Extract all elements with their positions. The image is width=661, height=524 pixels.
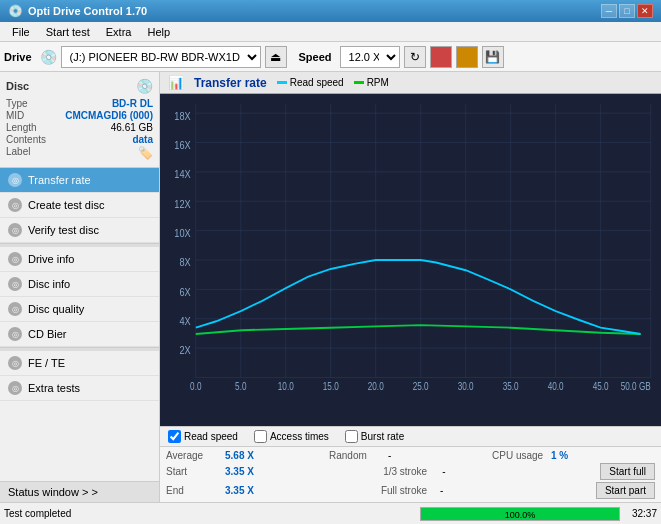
svg-text:20.0: 20.0 bbox=[368, 381, 384, 392]
stat-full-stroke: Full stroke - bbox=[381, 482, 596, 499]
checkbox-burst-rate-label: Burst rate bbox=[361, 431, 404, 442]
stat-stroke-1-3-label: 1/3 stroke bbox=[383, 466, 438, 477]
drive-select[interactable]: (J:) PIONEER BD-RW BDR-WX1DM 1.00 bbox=[61, 46, 261, 68]
nav-fe-te[interactable]: ◎ FE / TE bbox=[0, 351, 159, 376]
nav-icon-disc-info: ◎ bbox=[8, 277, 22, 291]
nav-disc-info[interactable]: ◎ Disc info bbox=[0, 272, 159, 297]
checkbox-access-times[interactable]: Access times bbox=[254, 430, 329, 443]
titlebar-left: 💿 Opti Drive Control 1.70 bbox=[8, 4, 147, 18]
stat-cpu-label: CPU usage bbox=[492, 450, 547, 461]
menu-help[interactable]: Help bbox=[139, 24, 178, 40]
nav-icon-cd-bier: ◎ bbox=[8, 327, 22, 341]
save-button[interactable]: 💾 bbox=[482, 46, 504, 68]
svg-text:4X: 4X bbox=[179, 315, 190, 327]
nav-icon-extra-tests: ◎ bbox=[8, 381, 22, 395]
nav-extra-tests[interactable]: ◎ Extra tests bbox=[0, 376, 159, 401]
svg-text:18X: 18X bbox=[174, 110, 190, 122]
chart-icon: 📊 bbox=[168, 75, 184, 90]
nav-disc-quality[interactable]: ◎ Disc quality bbox=[0, 297, 159, 322]
btn1[interactable] bbox=[430, 46, 452, 68]
stat-random-val: - bbox=[388, 450, 428, 461]
checkbox-burst-rate[interactable]: Burst rate bbox=[345, 430, 404, 443]
refresh-button[interactable]: ↻ bbox=[404, 46, 426, 68]
btn2[interactable] bbox=[456, 46, 478, 68]
time-display: 32:37 bbox=[632, 508, 657, 519]
stat-random: Random - bbox=[329, 450, 492, 461]
checkbox-read-speed[interactable]: Read speed bbox=[168, 430, 238, 443]
svg-text:0.0: 0.0 bbox=[190, 381, 201, 392]
stats-row-2: Start 3.35 X 1/3 stroke - Start full bbox=[166, 463, 655, 480]
stat-end-val: 3.35 X bbox=[225, 485, 265, 496]
nav-icon-drive-info: ◎ bbox=[8, 252, 22, 266]
disc-contents-val: data bbox=[132, 134, 153, 145]
disc-type-val: BD-R DL bbox=[112, 98, 153, 109]
titlebar-controls: ─ □ ✕ bbox=[601, 4, 653, 18]
disc-contents-key: Contents bbox=[6, 134, 46, 145]
stat-end: End 3.35 X bbox=[166, 482, 381, 499]
nav-icon-fe-te: ◎ bbox=[8, 356, 22, 370]
legend-rpm: RPM bbox=[354, 77, 389, 88]
status-window-button[interactable]: Status window > > bbox=[0, 481, 159, 502]
stats-row-3: End 3.35 X Full stroke - Start part bbox=[166, 482, 655, 499]
stat-cpu-val: 1 % bbox=[551, 450, 591, 461]
checkbox-access-times-input[interactable] bbox=[254, 430, 267, 443]
checkbox-burst-rate-input[interactable] bbox=[345, 430, 358, 443]
nav-drive-info[interactable]: ◎ Drive info bbox=[0, 247, 159, 272]
stat-stroke-1-3: 1/3 stroke - bbox=[383, 463, 600, 480]
drive-label: Drive bbox=[4, 51, 32, 63]
svg-text:2X: 2X bbox=[179, 345, 190, 357]
disc-label-icon: 🏷️ bbox=[138, 146, 153, 160]
disc-mid-key: MID bbox=[6, 110, 24, 121]
stat-cpu: CPU usage 1 % bbox=[492, 450, 655, 461]
nav-verify-test-disc[interactable]: ◎ Verify test disc bbox=[0, 218, 159, 243]
start-part-button[interactable]: Start part bbox=[596, 482, 655, 499]
speed-select[interactable]: 12.0 X bbox=[340, 46, 400, 68]
nav-label-fe-te: FE / TE bbox=[28, 357, 65, 369]
progress-label: 100.0% bbox=[421, 508, 619, 522]
svg-text:50.0 GB: 50.0 GB bbox=[621, 381, 651, 392]
nav-cd-bier[interactable]: ◎ CD Bier bbox=[0, 322, 159, 347]
stat-random-label: Random bbox=[329, 450, 384, 461]
app-title: Opti Drive Control 1.70 bbox=[28, 5, 147, 17]
chart-container: 18X 16X 14X 12X 10X 8X 6X 4X 2X bbox=[160, 94, 661, 426]
svg-text:40.0: 40.0 bbox=[548, 381, 564, 392]
chart-controls: Read speed Access times Burst rate bbox=[160, 426, 661, 446]
menu-extra[interactable]: Extra bbox=[98, 24, 140, 40]
svg-text:10.0: 10.0 bbox=[278, 381, 294, 392]
minimize-button[interactable]: ─ bbox=[601, 4, 617, 18]
status-text: Test completed bbox=[4, 508, 416, 519]
menu-file[interactable]: File bbox=[4, 24, 38, 40]
nav-label-transfer-rate: Transfer rate bbox=[28, 174, 91, 186]
stat-stroke-1-3-val: - bbox=[442, 466, 482, 477]
menu-start-test[interactable]: Start test bbox=[38, 24, 98, 40]
maximize-button[interactable]: □ bbox=[619, 4, 635, 18]
checkbox-access-times-label: Access times bbox=[270, 431, 329, 442]
main-area: Disc 💿 Type BD-R DL MID CMCMAGDI6 (000) … bbox=[0, 72, 661, 502]
nav-label-create-test-disc: Create test disc bbox=[28, 199, 104, 211]
svg-text:10X: 10X bbox=[174, 227, 190, 239]
progress-bar: 100.0% bbox=[420, 507, 620, 521]
legend-read-speed: Read speed bbox=[277, 77, 344, 88]
nav-label-cd-bier: CD Bier bbox=[28, 328, 67, 340]
content-area: 📊 Transfer rate Read speed RPM 18X 16X bbox=[160, 72, 661, 502]
sidebar: Disc 💿 Type BD-R DL MID CMCMAGDI6 (000) … bbox=[0, 72, 160, 502]
stats-row-1: Average 5.68 X Random - CPU usage 1 % bbox=[166, 450, 655, 461]
svg-text:35.0: 35.0 bbox=[503, 381, 519, 392]
stat-average-label: Average bbox=[166, 450, 221, 461]
legend-label-rpm: RPM bbox=[367, 77, 389, 88]
nav-create-test-disc[interactable]: ◎ Create test disc bbox=[0, 193, 159, 218]
checkbox-read-speed-label: Read speed bbox=[184, 431, 238, 442]
nav-icon-transfer-rate: ◎ bbox=[8, 173, 22, 187]
titlebar: 💿 Opti Drive Control 1.70 ─ □ ✕ bbox=[0, 0, 661, 22]
nav-label-extra-tests: Extra tests bbox=[28, 382, 80, 394]
disc-panel: Disc 💿 Type BD-R DL MID CMCMAGDI6 (000) … bbox=[0, 72, 159, 168]
disc-length-val: 46.61 GB bbox=[111, 122, 153, 133]
start-full-button[interactable]: Start full bbox=[600, 463, 655, 480]
disc-type-key: Type bbox=[6, 98, 28, 109]
checkbox-read-speed-input[interactable] bbox=[168, 430, 181, 443]
nav-transfer-rate[interactable]: ◎ Transfer rate bbox=[0, 168, 159, 193]
close-button[interactable]: ✕ bbox=[637, 4, 653, 18]
eject-button[interactable]: ⏏ bbox=[265, 46, 287, 68]
stat-start-val: 3.35 X bbox=[225, 466, 265, 477]
toolbar: Drive 💿 (J:) PIONEER BD-RW BDR-WX1DM 1.0… bbox=[0, 42, 661, 72]
